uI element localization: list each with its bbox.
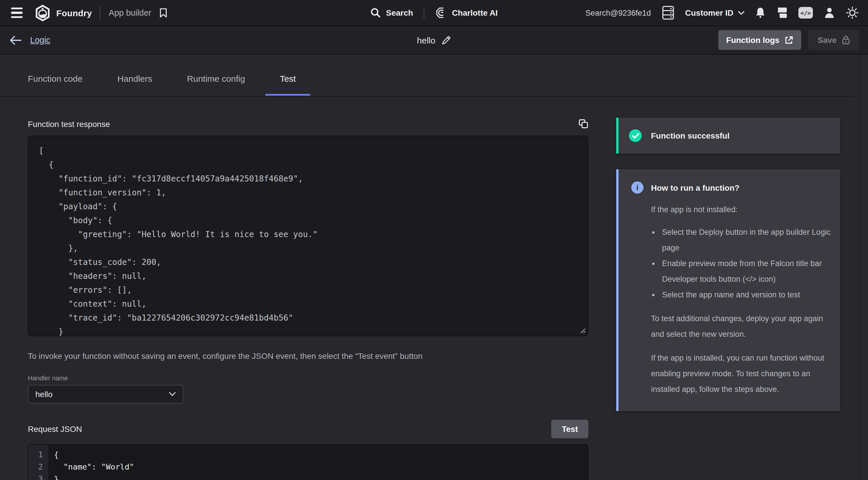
hamburger-icon xyxy=(11,7,23,9)
function-logs-label: Function logs xyxy=(726,35,779,45)
tab-label: Runtime config xyxy=(187,74,245,83)
tab-list: Function codeHandlersRuntime configTest xyxy=(0,55,868,96)
response-code: [ { "function_id": "fc317d8eccf14057a9a4… xyxy=(39,144,577,336)
line-number: 2 xyxy=(28,461,48,473)
charlotte-ai-label: Charlotte AI xyxy=(452,8,498,18)
line-number: 3 xyxy=(28,473,48,480)
topbar-divider xyxy=(100,6,101,19)
invoke-help-text: To invoke your function without saving a… xyxy=(28,351,588,361)
tab-runtime-config[interactable]: Runtime config xyxy=(187,74,245,96)
tabs-separator xyxy=(0,96,854,97)
code-line: { xyxy=(54,449,588,461)
chevron-down-icon xyxy=(169,392,176,397)
breadcrumb-logic-link[interactable]: Logic xyxy=(30,35,50,45)
resize-handle-icon[interactable] xyxy=(579,327,586,334)
test-side-column: Function successful i How to run a funct… xyxy=(616,118,840,480)
test-button[interactable]: Test xyxy=(552,420,589,438)
menu-button[interactable] xyxy=(7,3,27,23)
tab-label: Test xyxy=(280,74,296,83)
topbar-divider xyxy=(424,6,424,19)
person-icon xyxy=(824,7,835,19)
search-label: Search xyxy=(386,8,413,18)
request-code[interactable]: { "name": "World"} xyxy=(48,445,588,480)
request-json-editor[interactable]: 123 { "name": "World"} xyxy=(28,444,588,480)
topbar-right: Search@9236fe1d Customer ID xyxy=(585,6,868,20)
top-navigation-bar: Foundry App builder Search xyxy=(0,0,868,26)
help-paragraph-2: If the app is installed, you can run fun… xyxy=(651,350,832,397)
function-tabs: Function codeHandlersRuntime configTest xyxy=(0,55,868,97)
arrow-left-icon xyxy=(9,35,22,45)
help-panel-body: If the app is not installed: Select the … xyxy=(651,202,832,397)
chevron-down-icon xyxy=(738,11,744,15)
tab-handlers[interactable]: Handlers xyxy=(117,74,152,96)
save-button[interactable]: Save xyxy=(809,30,859,50)
server-stack-icon xyxy=(662,6,674,20)
customer-id-dropdown[interactable]: Customer ID xyxy=(685,8,744,18)
rename-function-button[interactable] xyxy=(441,35,451,45)
request-header-row: Request JSON Test xyxy=(28,420,588,438)
line-number: 1 xyxy=(28,449,48,461)
how-to-run-panel: i How to run a function? If the app is n… xyxy=(616,169,840,411)
section-name: App builder xyxy=(109,8,151,18)
response-section-label: Function test response xyxy=(28,119,110,128)
test-main-column: Function test response [ { "function_id"… xyxy=(28,119,588,480)
notifications-button[interactable] xyxy=(755,7,765,19)
function-title: hello xyxy=(417,35,435,45)
help-intro: If the app is not installed: xyxy=(651,202,832,217)
help-panel-title: How to run a function? xyxy=(651,183,740,192)
handler-name-select[interactable]: hello xyxy=(28,385,183,404)
status-banner: Function successful xyxy=(616,118,840,153)
copy-icon xyxy=(579,119,588,129)
help-bullets: Select the Deploy button in the app buil… xyxy=(651,224,832,303)
success-check-icon xyxy=(629,129,642,142)
charlotte-ai-button[interactable]: Charlotte AI xyxy=(435,6,498,19)
brand: Foundry xyxy=(35,4,92,21)
tab-label: Function code xyxy=(28,74,83,83)
page-scrollbar[interactable] xyxy=(860,55,868,480)
copy-response-button[interactable] xyxy=(579,119,588,129)
subheader-left: Logic xyxy=(0,34,50,46)
chat-bubbles-icon xyxy=(776,7,787,19)
bookmark-button[interactable] xyxy=(160,8,167,18)
theme-toggle-button[interactable] xyxy=(846,6,859,19)
customer-id-label: Customer ID xyxy=(685,8,734,18)
code-icon: </> xyxy=(798,7,813,19)
active-tab-underline xyxy=(266,94,310,96)
global-search-button[interactable]: Search xyxy=(370,7,413,18)
handler-name-label: Handler name xyxy=(28,375,588,381)
tab-test[interactable]: Test xyxy=(280,74,296,96)
tab-label: Handlers xyxy=(117,74,152,83)
environment-label: Search@9236fe1d xyxy=(585,8,651,17)
charlotte-ai-icon xyxy=(435,6,447,19)
info-icon: i xyxy=(631,181,644,194)
pencil-icon xyxy=(441,35,451,45)
app-window: Foundry App builder Search xyxy=(0,0,868,480)
help-bullet: Select the app name and version to test xyxy=(661,287,832,303)
back-button[interactable] xyxy=(8,34,23,46)
function-logs-button[interactable]: Function logs xyxy=(718,30,802,50)
help-paragraph-1: To test additional changes, deploy your … xyxy=(651,311,832,342)
bookmark-icon xyxy=(160,8,167,18)
help-bullet: Enable preview mode from the Falcon titl… xyxy=(661,256,832,287)
search-icon xyxy=(370,7,381,18)
code-line: "name": "World" xyxy=(54,461,588,473)
code-line: } xyxy=(54,473,588,480)
function-test-response-output[interactable]: [ { "function_id": "fc317d8eccf14057a9a4… xyxy=(28,136,588,336)
lock-icon xyxy=(842,35,850,45)
external-link-icon xyxy=(785,36,794,44)
topbar-left: Foundry App builder xyxy=(0,3,167,23)
function-title-group: hello xyxy=(417,35,451,45)
topbar-center: Search Charlotte AI xyxy=(370,0,498,26)
request-section-label: Request JSON xyxy=(28,424,82,434)
foundry-logo-icon xyxy=(35,4,51,21)
developer-tools-button[interactable]: </> xyxy=(798,7,813,19)
help-bullet: Select the Deploy button in the app buil… xyxy=(661,224,832,256)
user-profile-button[interactable] xyxy=(824,7,835,19)
messages-button[interactable] xyxy=(776,7,787,19)
function-header-bar: Logic hello Function logs Save xyxy=(0,26,868,55)
handler-name-value: hello xyxy=(35,389,53,399)
host-selector-button[interactable] xyxy=(662,6,674,20)
response-header-row: Function test response xyxy=(28,119,588,129)
tab-function-code[interactable]: Function code xyxy=(28,74,83,96)
save-label: Save xyxy=(818,35,837,45)
